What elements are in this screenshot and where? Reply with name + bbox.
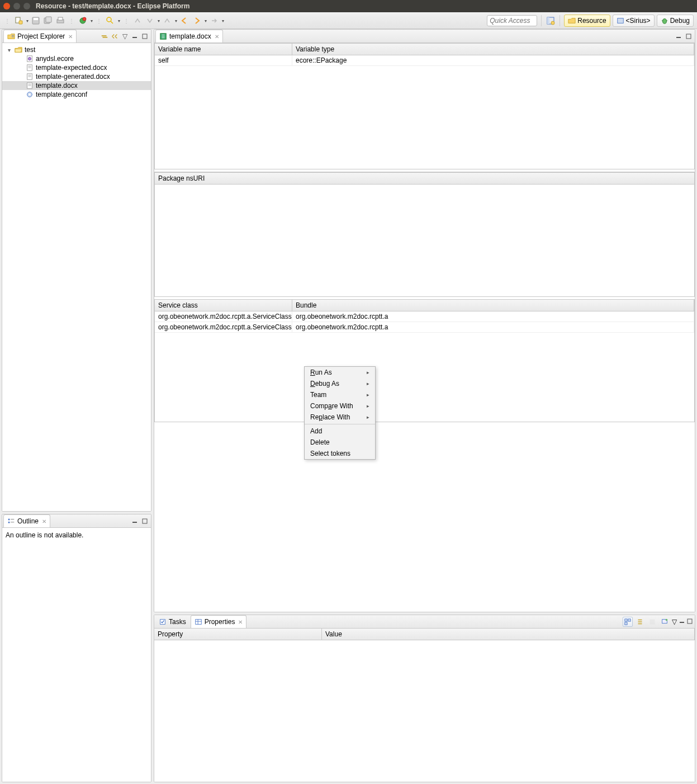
context-add[interactable]: Add <box>305 426 375 437</box>
tree-folder-root[interactable]: ▾ test <box>2 45 151 54</box>
prev-annotation-button[interactable] <box>162 16 172 26</box>
show-categories-button[interactable] <box>623 617 633 627</box>
tree-toggle-icon[interactable]: ▾ <box>6 47 12 53</box>
tree-file-conf[interactable]: template.genconf <box>2 90 151 99</box>
context-select-tokens[interactable]: Select tokens <box>305 448 375 459</box>
file-icon <box>26 64 34 72</box>
prev-annotation-dropdown-arrow[interactable]: ▾ <box>175 18 177 23</box>
tree-file-label: template.genconf <box>36 91 87 98</box>
minimize-button[interactable] <box>131 32 139 40</box>
window-maximize-button[interactable] <box>23 3 30 10</box>
maximize-button[interactable] <box>141 32 149 40</box>
close-icon[interactable]: ✕ <box>238 619 243 625</box>
tasks-tab[interactable]: Tasks <box>155 615 189 628</box>
maximize-button[interactable] <box>687 618 693 626</box>
service-row[interactable]: org.obeonetwork.m2doc.rcptt.a.ServiceCla… <box>155 311 694 322</box>
context-replace-with[interactable]: Replace With▸ <box>305 412 375 423</box>
editor-body: Variable name Variable type self ecore::… <box>154 43 695 612</box>
project-explorer-tab[interactable]: Project Explorer ✕ <box>3 30 77 42</box>
back-button[interactable] <box>179 16 189 26</box>
view-menu-button[interactable]: ▽ <box>672 618 677 626</box>
close-icon[interactable]: ✕ <box>42 518 46 525</box>
search-button[interactable] <box>105 16 115 26</box>
svg-line-11 <box>111 21 113 23</box>
context-team[interactable]: Team▸ <box>305 389 375 400</box>
col-bundle[interactable]: Bundle <box>292 300 694 311</box>
variable-type-cell: ecore::EPackage <box>292 55 694 65</box>
new-dropdown-arrow[interactable]: ▾ <box>26 18 29 23</box>
maximize-button[interactable] <box>141 517 149 525</box>
col-value[interactable]: Value <box>322 629 695 640</box>
context-debug-as[interactable]: Debug As▸ <box>305 378 375 389</box>
tree-file-ecore[interactable]: anydsl.ecore <box>2 54 151 63</box>
save-all-button[interactable] <box>43 16 53 26</box>
link-editor-button[interactable] <box>111 32 118 40</box>
pin-button[interactable] <box>660 617 670 627</box>
variable-row[interactable]: self ecore::EPackage <box>155 55 694 66</box>
bundle-cell: org.obeonetwork.m2doc.rcptt.a <box>292 322 694 332</box>
toggle-button[interactable] <box>132 16 143 26</box>
svg-rect-49 <box>625 618 627 621</box>
editor-tab[interactable]: template.docx ✕ <box>155 30 223 42</box>
search-dropdown-arrow[interactable]: ▾ <box>118 18 120 23</box>
file-icon <box>26 82 34 89</box>
svg-rect-21 <box>132 37 137 38</box>
service-row[interactable]: org.obeonetwork.m2doc.rcptt.a.ServiceCla… <box>155 322 694 333</box>
quick-access-input[interactable] <box>487 15 537 26</box>
minimize-button[interactable] <box>675 32 682 40</box>
save-button[interactable] <box>31 16 41 26</box>
debug-button[interactable] <box>78 16 88 26</box>
col-variable-name[interactable]: Variable name <box>155 44 292 55</box>
svg-rect-40 <box>132 522 137 523</box>
svg-rect-43 <box>676 37 681 38</box>
close-icon[interactable]: ✕ <box>68 34 73 40</box>
folder-icon <box>15 46 22 54</box>
annotation-dropdown-arrow[interactable]: ▾ <box>158 18 160 23</box>
context-run-as[interactable]: Run As▸ <box>305 367 375 378</box>
perspective-sirius[interactable]: <Sirius> <box>613 15 655 27</box>
properties-tab[interactable]: Properties ✕ <box>191 615 247 628</box>
print-button[interactable] <box>55 16 65 26</box>
tree-file-doc-selected[interactable]: template.docx <box>2 81 151 90</box>
outline-tab[interactable]: Outline ✕ <box>3 514 50 527</box>
close-icon[interactable]: ✕ <box>215 34 219 40</box>
window-close-button[interactable] <box>3 3 10 10</box>
perspective-debug[interactable]: Debug <box>657 15 694 27</box>
svg-rect-41 <box>143 519 147 523</box>
perspective-debug-label: Debug <box>670 17 690 25</box>
debug-dropdown-arrow[interactable]: ▾ <box>91 18 93 23</box>
back-dropdown-arrow[interactable]: ▾ <box>205 18 207 23</box>
editor-tab-title: template.docx <box>169 32 211 40</box>
tree-file-doc[interactable]: template-generated.docx <box>2 72 151 81</box>
perspective-sirius-label: <Sirius> <box>626 17 651 25</box>
svg-rect-44 <box>686 34 691 39</box>
next-annotation-button[interactable] <box>145 16 155 26</box>
quick-access-box[interactable] <box>487 15 537 26</box>
minimize-button[interactable] <box>131 517 139 525</box>
package-nsuri-header[interactable]: Package nsURI <box>155 172 694 185</box>
perspective-resource[interactable]: Resource <box>564 15 610 27</box>
services-header: Service class Bundle <box>155 300 694 311</box>
window-minimize-button[interactable] <box>13 3 20 10</box>
col-service-class[interactable]: Service class <box>155 300 292 311</box>
tree-file-doc[interactable]: template-expected.docx <box>2 63 151 72</box>
show-advanced-button[interactable] <box>635 617 645 627</box>
nav-forward-button[interactable] <box>209 16 219 26</box>
package-nsuri-body[interactable] <box>155 185 694 296</box>
context-compare-with[interactable]: Compare With▸ <box>305 400 375 412</box>
restore-defaults-button[interactable] <box>647 617 657 627</box>
outline-panel: Outline ✕ An outline is not available. <box>2 514 151 782</box>
forward-button[interactable] <box>192 16 202 26</box>
new-button[interactable] <box>13 16 23 26</box>
nav-forward-dropdown-arrow[interactable]: ▾ <box>222 18 224 23</box>
maximize-button[interactable] <box>685 32 693 40</box>
context-delete[interactable]: Delete <box>305 437 375 448</box>
minimize-button[interactable] <box>679 618 685 626</box>
col-property[interactable]: Property <box>154 629 322 640</box>
open-perspective-button[interactable] <box>546 16 556 26</box>
collapse-all-button[interactable] <box>101 32 108 40</box>
svg-point-24 <box>28 57 31 60</box>
project-tree[interactable]: ▾ test anydsl.ecore template-expected.do… <box>2 43 151 511</box>
view-menu-button[interactable]: ▽ <box>121 32 129 40</box>
col-variable-type[interactable]: Variable type <box>292 44 694 55</box>
